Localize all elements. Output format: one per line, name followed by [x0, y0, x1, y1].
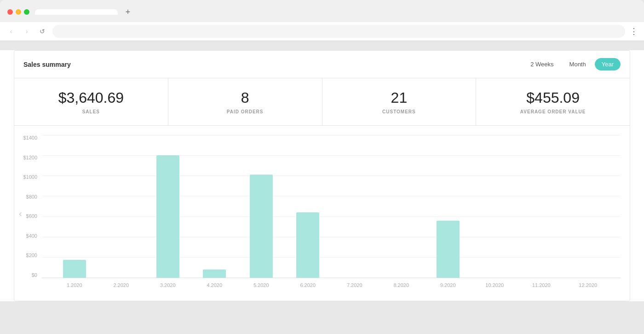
x-axis: 1.20202.20203.20204.20205.20206.20207.20… [42, 278, 621, 292]
stat-customers-value: 21 [332, 89, 467, 106]
x-axis-label: 10.2020 [472, 282, 518, 288]
bars-container [42, 135, 621, 278]
titlebar: + [0, 0, 644, 22]
bar-group [238, 175, 285, 278]
summary-title: Sales summary [23, 61, 71, 68]
bar-group [144, 155, 191, 278]
period-2weeks-button[interactable]: 2 Weeks [523, 58, 560, 70]
minimize-button[interactable] [16, 9, 21, 15]
chart-inner: 1.20202.20203.20204.20205.20206.20207.20… [42, 135, 621, 292]
maximize-button[interactable] [24, 9, 29, 15]
browser-toolbar: ‹ › ↺ ⋮ [0, 22, 644, 41]
bar [437, 221, 460, 278]
bar-group [285, 212, 332, 278]
x-axis-label: 12.2020 [565, 282, 612, 288]
summary-header: Sales summary 2 Weeks Month Year [14, 51, 630, 78]
traffic-lights [7, 9, 29, 15]
stat-avg-order-label: AVERAGE ORDER VALUE [485, 109, 621, 114]
new-tab-button[interactable]: + [121, 6, 134, 18]
x-axis-label: 9.2020 [425, 282, 472, 288]
bar-group [51, 260, 98, 278]
stat-sales-label: SALES [23, 109, 159, 114]
period-month-button[interactable]: Month [563, 58, 593, 70]
stat-sales: $3,640.69 SALES [14, 78, 168, 125]
x-axis-label: 4.2020 [191, 282, 238, 288]
address-bar[interactable] [52, 25, 625, 38]
close-button[interactable] [7, 9, 13, 15]
x-axis-label: 11.2020 [518, 282, 565, 288]
y-axis-label: $800 [14, 194, 42, 199]
x-axis-label: 7.2020 [331, 282, 378, 288]
stat-paid-orders-value: 8 [178, 89, 313, 106]
browser-window: + ‹ › ↺ ⋮ [0, 0, 644, 41]
stat-avg-order: $455.09 AVERAGE ORDER VALUE [476, 78, 630, 125]
bar [203, 270, 226, 278]
stat-avg-order-value: $455.09 [485, 89, 621, 106]
stat-sales-value: $3,640.69 [23, 89, 159, 106]
tab-bar: + [35, 6, 637, 18]
y-axis-label: $1400 [14, 135, 42, 141]
bar [250, 175, 273, 278]
x-axis-label: 3.2020 [144, 282, 191, 288]
x-axis-label: 1.2020 [51, 282, 98, 288]
bar [296, 212, 319, 278]
chart-area: ‹ $1400$1200$1000$800$600$400$200$0 [14, 126, 630, 301]
y-axis-label: $1000 [14, 174, 42, 180]
bar [156, 155, 179, 278]
browser-menu-button[interactable]: ⋮ [630, 26, 638, 36]
x-axis-label: 5.2020 [238, 282, 285, 288]
active-tab[interactable] [35, 9, 118, 15]
stat-customers-label: CUSTOMERS [332, 109, 467, 114]
x-axis-label: 6.2020 [285, 282, 332, 288]
y-axis: $1400$1200$1000$800$600$400$200$0 [14, 135, 42, 278]
stat-customers: 21 CUSTOMERS [322, 78, 477, 125]
y-axis-label: $200 [14, 252, 42, 258]
bar [63, 260, 86, 278]
x-axis-label: 2.2020 [98, 282, 145, 288]
forward-button[interactable]: › [21, 26, 32, 37]
period-year-button[interactable]: Year [595, 58, 621, 70]
page-content: Sales summary 2 Weeks Month Year $3,640.… [0, 50, 644, 301]
y-axis-label: $1200 [14, 155, 42, 160]
refresh-button[interactable]: ↺ [37, 26, 48, 37]
y-axis-label: $0 [14, 272, 42, 278]
sales-summary-card: Sales summary 2 Weeks Month Year $3,640.… [14, 50, 630, 301]
x-axis-label: 8.2020 [378, 282, 425, 288]
bar-group [191, 270, 238, 278]
stats-row: $3,640.69 SALES 8 PAID ORDERS 21 CUSTOME… [14, 78, 630, 126]
bar-group [425, 221, 472, 278]
period-filters: 2 Weeks Month Year [523, 58, 621, 70]
y-axis-label: $600 [14, 213, 42, 219]
stat-paid-orders: 8 PAID ORDERS [168, 78, 322, 125]
stat-paid-orders-label: PAID ORDERS [178, 109, 313, 114]
y-axis-label: $400 [14, 233, 42, 239]
back-button[interactable]: ‹ [6, 26, 17, 37]
